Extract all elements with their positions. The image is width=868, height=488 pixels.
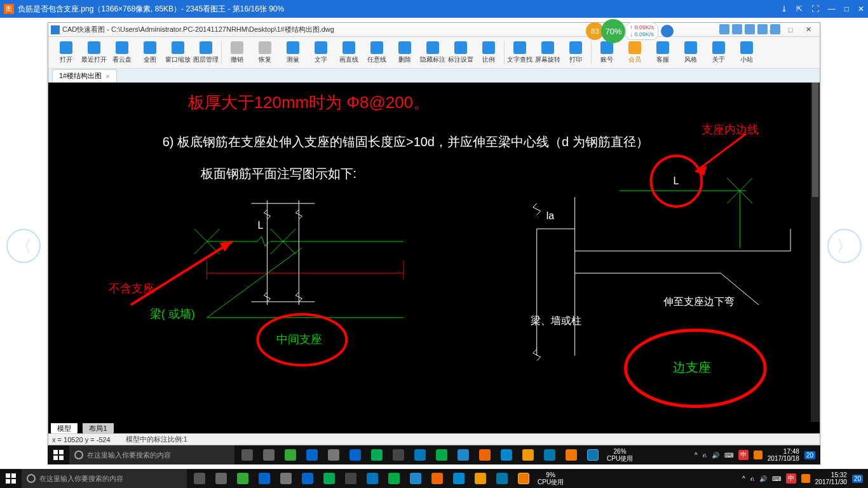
toolbar-看云盘[interactable]: 看云盘 [108, 38, 136, 67]
cpu-meter[interactable]: 26% CPU使用 [603, 448, 637, 462]
toolbar-删除[interactable]: 删除 [391, 38, 419, 67]
app-icon[interactable] [518, 445, 538, 464]
app-icon[interactable] [211, 469, 231, 488]
tab-layout1[interactable]: 布局1 [83, 423, 113, 434]
edge-icon[interactable] [254, 469, 275, 488]
speed-widget[interactable]: 83 70% ↑ 0.09K/s ↓ 0.09K/s [586, 19, 674, 43]
notification-icon[interactable]: 20 [852, 475, 863, 483]
app-icon[interactable] [388, 445, 409, 464]
app-icon[interactable] [341, 469, 361, 488]
app-icon[interactable] [427, 469, 447, 488]
toolbar-撤销[interactable]: 撤销 [223, 38, 251, 67]
taskview-icon[interactable] [237, 445, 257, 464]
toolbar-文字[interactable]: 文字 [307, 38, 335, 67]
app-icon[interactable] [475, 445, 495, 464]
ie-icon[interactable] [405, 469, 426, 488]
chevron-up-icon[interactable]: ^ [695, 452, 698, 459]
toolbar-画直线[interactable]: 画直线 [335, 38, 363, 67]
ime-indicator[interactable]: 中 [786, 473, 796, 484]
app-icon[interactable] [233, 469, 253, 488]
tab-model[interactable]: 模型 [51, 423, 78, 434]
app-icon[interactable] [362, 469, 383, 488]
cad-canvas[interactable]: 板厚大于120mm时为 Φ8@200。 6) 板底钢筋在支座处伸入支座的锚固长度… [48, 83, 820, 427]
toolbar-图层管理[interactable]: 图层管理 [192, 38, 220, 67]
app-icon[interactable] [276, 469, 296, 488]
start-button[interactable] [48, 445, 69, 464]
edge2-icon[interactable] [297, 469, 318, 488]
app-icon[interactable] [323, 445, 344, 464]
volume-icon[interactable]: 🔊 [712, 452, 719, 459]
scrollbar-vertical[interactable] [811, 83, 820, 427]
start-button[interactable] [0, 469, 22, 488]
store-icon[interactable] [319, 469, 339, 488]
tool-icon[interactable] [757, 24, 768, 34]
cpu-meter[interactable]: 9% CPU使用 [534, 471, 567, 485]
close-button[interactable]: ✕ [858, 4, 864, 13]
app-icon[interactable] [496, 445, 517, 464]
tool-icon[interactable] [770, 24, 780, 34]
up-icon[interactable]: ⇱ [796, 4, 803, 13]
cad-close-button[interactable]: ✕ [799, 25, 817, 34]
toolbar-关于[interactable]: 关于 [705, 38, 733, 67]
keyboard-icon[interactable]: ⌨ [724, 452, 733, 459]
toolbar-屏幕旋转[interactable]: 屏幕旋转 [534, 38, 562, 67]
ime-indicator[interactable]: 中 [738, 450, 749, 460]
360-icon[interactable] [384, 469, 404, 488]
app-icon[interactable] [449, 469, 469, 488]
minimize-button[interactable]: — [828, 4, 836, 13]
2345-icon[interactable] [561, 445, 581, 464]
clock[interactable]: 17:482017/10/18 [768, 448, 799, 462]
app-icon[interactable] [259, 445, 279, 464]
tool-icon[interactable] [732, 24, 742, 34]
tab-close-icon[interactable]: × [105, 72, 109, 80]
next-image-button[interactable]: 〉 [827, 229, 862, 263]
cad-maximize-button[interactable]: □ [782, 26, 799, 34]
search-box[interactable]: 在这里输入你要搜索的内容 [69, 445, 234, 464]
sogou-icon[interactable] [801, 474, 810, 483]
ie-icon[interactable] [453, 445, 473, 464]
toolbar-比例[interactable]: 比例 [475, 38, 503, 67]
toolbar-小站[interactable]: 小站 [733, 38, 761, 67]
app-icon[interactable] [410, 445, 430, 464]
notification-icon[interactable]: 20 [804, 451, 815, 459]
taskview-icon[interactable] [189, 469, 210, 488]
app-icon[interactable] [539, 445, 560, 464]
search-box[interactable]: 在这里输入你要搜索的内容 [22, 469, 187, 488]
app-icon[interactable] [280, 445, 301, 464]
toolbar-文字查找[interactable]: 文字查找 [506, 38, 534, 67]
2345-icon[interactable] [513, 469, 534, 488]
clock[interactable]: 15:322017/11/30 [815, 471, 847, 485]
chevron-up-icon[interactable]: ^ [742, 475, 745, 482]
store-icon[interactable] [367, 445, 387, 464]
keyboard-icon[interactable]: ⌨ [772, 475, 781, 482]
toolbar-隐藏标注[interactable]: 隐藏标注 [419, 38, 447, 67]
tool-icon[interactable] [745, 24, 755, 34]
app-icon[interactable] [492, 469, 512, 488]
360-icon[interactable] [661, 25, 674, 37]
toolbar-全图[interactable]: 全图 [136, 38, 164, 67]
volume-icon[interactable]: 🔊 [759, 475, 767, 482]
sogou-icon[interactable] [754, 451, 763, 459]
doc-tab[interactable]: 1#楼结构出图 × [52, 69, 117, 82]
network-icon[interactable]: ⎌ [750, 475, 754, 482]
network-icon[interactable]: ⎌ [703, 452, 707, 459]
toolbar-窗口缩放[interactable]: 窗口缩放 [164, 38, 192, 67]
download-icon[interactable]: ⤓ [781, 4, 787, 13]
cad-icon[interactable] [583, 445, 603, 464]
toolbar-打开[interactable]: 打开 [52, 38, 80, 67]
toolbar-测量[interactable]: 测量 [279, 38, 307, 67]
toolbar-恢复[interactable]: 恢复 [251, 38, 279, 67]
prev-image-button[interactable]: 〈 [6, 229, 41, 263]
fullscreen-icon[interactable]: ⛶ [811, 4, 819, 13]
tool-icon[interactable] [719, 24, 729, 34]
toolbar-标注设置[interactable]: 标注设置 [447, 38, 475, 67]
toolbar-风格[interactable]: 风格 [677, 38, 705, 67]
maximize-button[interactable]: □ [844, 4, 849, 13]
360-icon[interactable] [431, 445, 452, 464]
app-icon[interactable] [470, 469, 491, 488]
toolbar-任意线[interactable]: 任意线 [363, 38, 391, 67]
edge-icon[interactable] [302, 445, 322, 464]
edge2-icon[interactable] [345, 445, 365, 464]
toolbar-打印[interactable]: 打印 [562, 38, 590, 67]
toolbar-最近打开[interactable]: 最近打开 [80, 38, 108, 67]
